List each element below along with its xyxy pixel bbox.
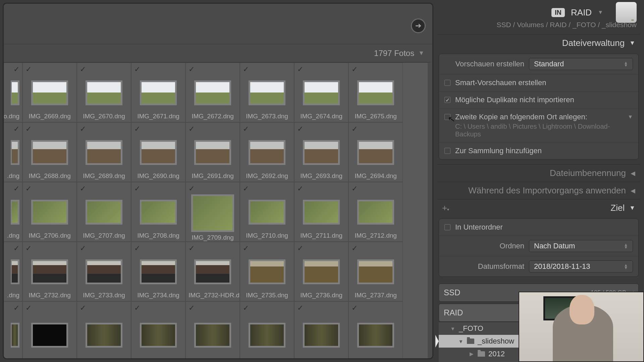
checkmark-icon[interactable]: ✓ xyxy=(13,125,19,133)
thumbnail-cell[interactable]: ✓ IMG_2690.dng xyxy=(131,122,185,182)
checkmark-icon[interactable]: ✓ xyxy=(297,304,345,312)
thumbnail-cell[interactable]: ✓ IMG_2711.dng xyxy=(294,182,348,242)
checkmark-icon[interactable]: ✓ xyxy=(134,125,182,133)
section-file-management[interactable]: Dateiverwaltung ▼ xyxy=(437,34,640,52)
checkmark-icon[interactable]: ✓ xyxy=(80,184,128,193)
checkmark-icon[interactable]: ✓ xyxy=(352,184,400,193)
thumbnail-cell[interactable]: ✓ xyxy=(294,301,348,358)
dateformat-select[interactable]: 2018/2018-11-13 ▲▼ xyxy=(529,260,633,273)
thumbnail-cell[interactable]: ✓ xyxy=(348,301,403,358)
thumbnail-cell[interactable]: ✓ IMG_2712.dng xyxy=(348,182,403,242)
thumbnail-cell[interactable]: ✓ xyxy=(240,301,294,358)
thumbnail-cell[interactable]: ✓ IMG_2732.dng xyxy=(22,242,77,301)
section-destination[interactable]: +▾ Ziel ▼ xyxy=(437,199,640,217)
disclosure-triangle-icon[interactable]: ▼ xyxy=(450,326,455,331)
thumbnail-cell[interactable]: ✓ IMG_2671.dng xyxy=(131,63,185,122)
volume-name[interactable]: RAID xyxy=(571,7,592,18)
chevron-down-icon[interactable]: ▼ xyxy=(418,50,424,57)
thumbnail-cell[interactable]: ✓ IMG_2688.dng xyxy=(22,122,77,182)
next-arrow-button[interactable]: ➔ xyxy=(411,18,426,33)
add-icon[interactable]: +▾ xyxy=(442,203,449,213)
thumbnail-cell[interactable]: ✓ IMG_2734.dng xyxy=(131,242,185,301)
checkmark-icon[interactable]: ✓ xyxy=(134,304,182,312)
thumbnail-cell[interactable]: ✓ xyxy=(22,301,77,358)
checkmark-icon[interactable]: ✓ xyxy=(189,244,237,253)
checkmark-icon[interactable]: ✓ xyxy=(25,244,74,253)
second-copy-checkbox[interactable] xyxy=(444,114,450,120)
thumbnail-cell[interactable]: ✓ IMG_2693.dng xyxy=(294,122,348,182)
checkmark-icon[interactable]: ✓ xyxy=(352,65,400,74)
checkmark-icon[interactable]: ✓ xyxy=(13,304,19,312)
thumbnail-cell[interactable]: ✓ IMG_2735.dng xyxy=(240,242,294,301)
thumbnail-cell[interactable]: ✓ IMG_2733.dng xyxy=(77,242,131,301)
checkmark-icon[interactable]: ✓ xyxy=(80,244,128,253)
thumbnail-cell[interactable]: ✓ IMG_2689.dng xyxy=(77,122,131,182)
checkmark-icon[interactable]: ✓ xyxy=(80,65,128,74)
thumbnail-cell-partial[interactable]: ✓ xyxy=(4,301,22,358)
checkmark-icon[interactable]: ✓ xyxy=(243,125,291,133)
thumbnail-cell[interactable]: ✓ IMG_2672.dng xyxy=(185,63,240,122)
checkmark-icon[interactable]: ✓ xyxy=(352,125,400,133)
thumbnail-cell[interactable]: ✓ IMG_2675.dng xyxy=(348,63,403,122)
into-subfolder-checkbox[interactable] xyxy=(444,224,450,230)
checkmark-icon[interactable]: ✓ xyxy=(13,184,19,193)
checkmark-icon[interactable]: ✓ xyxy=(189,65,237,74)
checkmark-icon[interactable]: ✓ xyxy=(189,125,237,133)
build-previews-select[interactable]: Standard ▲▼ xyxy=(529,58,633,70)
thumbnail-cell[interactable]: ✓ xyxy=(77,301,131,358)
disclosure-triangle-icon[interactable]: ▶ xyxy=(469,351,474,357)
thumbnail-cell[interactable]: ✓ IMG_2674.dng xyxy=(294,63,348,122)
thumbnail-cell-partial[interactable]: ✓ .dng xyxy=(4,122,22,182)
thumbnail-cell[interactable]: ✓ IMG_2737.dng xyxy=(348,242,403,301)
checkmark-icon[interactable]: ✓ xyxy=(13,244,19,253)
checkmark-icon[interactable]: ✓ xyxy=(297,184,345,193)
no-duplicates-checkbox[interactable] xyxy=(444,97,450,103)
checkmark-icon[interactable]: ✓ xyxy=(243,244,291,253)
thumbnail-cell[interactable]: ✓ IMG_2707.dng xyxy=(77,182,131,242)
thumbnail-cell-partial[interactable]: ✓ .dng xyxy=(4,242,22,301)
thumbnail-cell[interactable]: ✓ IMG_2673.dng xyxy=(240,63,294,122)
thumbnail-cell[interactable]: ✓ IMG_2710.dng xyxy=(240,182,294,242)
thumbnail-cell[interactable]: ✓ IMG_2670.dng xyxy=(77,63,131,122)
checkmark-icon[interactable]: ✓ xyxy=(25,65,74,74)
checkmark-icon[interactable]: ✓ xyxy=(352,244,400,253)
checkmark-icon[interactable]: ✓ xyxy=(297,125,345,133)
checkmark-icon[interactable]: ✓ xyxy=(297,65,345,74)
thumbnail-cell[interactable]: ✓ xyxy=(185,301,240,358)
checkmark-icon[interactable]: ✓ xyxy=(243,65,291,74)
checkmark-icon[interactable]: ✓ xyxy=(80,304,128,312)
checkmark-icon[interactable]: ✓ xyxy=(243,304,291,312)
thumbnail-cell[interactable]: ✓ IMG_2669.dng xyxy=(22,63,77,122)
checkmark-icon[interactable]: ✓ xyxy=(189,184,237,193)
thumbnail-grid-scroll[interactable]: ✓ no.dng✓ IMG_2669.dng✓ IMG_2670.dng✓ IM… xyxy=(4,62,432,358)
thumbnail-cell-partial[interactable]: ✓ .dng xyxy=(4,182,22,242)
checkmark-icon[interactable]: ✓ xyxy=(25,125,74,133)
section-file-renaming[interactable]: Dateiumbenennung ◀ xyxy=(437,164,640,182)
checkmark-icon[interactable]: ✓ xyxy=(80,125,128,133)
thumbnail-cell[interactable]: ✓ IMG_2736.dng xyxy=(294,242,348,301)
organize-select[interactable]: Nach Datum ▲▼ xyxy=(529,240,633,252)
thumbnail-cell[interactable]: ✓ IMG_2708.dng xyxy=(131,182,185,242)
checkmark-icon[interactable]: ✓ xyxy=(13,65,19,74)
thumbnail-cell[interactable]: ✓ IMG_2694.dng xyxy=(348,122,403,182)
thumbnail-cell[interactable]: ✓ IMG_2692.dng xyxy=(240,122,294,182)
thumbnail-cell[interactable]: ✓ IMG_2691.dng xyxy=(185,122,240,182)
checkmark-icon[interactable]: ✓ xyxy=(189,304,237,312)
thumbnail-cell[interactable]: ✓ IMG_2709.dng xyxy=(185,182,240,242)
checkmark-icon[interactable]: ✓ xyxy=(243,184,291,193)
section-apply-during-import[interactable]: Während des Importvorgangs anwenden ◀ xyxy=(437,182,640,199)
disclosure-triangle-icon[interactable]: ▼ xyxy=(458,339,464,344)
checkmark-icon[interactable]: ✓ xyxy=(25,304,74,312)
thumbnail-cell-partial[interactable]: ✓ no.dng xyxy=(4,63,22,122)
checkmark-icon[interactable]: ✓ xyxy=(134,65,182,74)
thumbnail-cell[interactable]: ✓ IMG_2732-HDR.dng xyxy=(185,242,240,301)
thumbnail-cell[interactable]: ✓ xyxy=(131,301,185,358)
chevron-down-icon[interactable]: ▼ xyxy=(598,9,603,15)
checkmark-icon[interactable]: ✓ xyxy=(352,304,400,312)
smart-previews-checkbox[interactable] xyxy=(444,80,450,86)
checkmark-icon[interactable]: ✓ xyxy=(134,184,182,193)
checkmark-icon[interactable]: ✓ xyxy=(134,244,182,253)
add-to-collection-checkbox[interactable] xyxy=(444,148,450,154)
checkmark-icon[interactable]: ✓ xyxy=(25,184,74,193)
chevron-down-icon[interactable]: ▼ xyxy=(628,114,633,120)
